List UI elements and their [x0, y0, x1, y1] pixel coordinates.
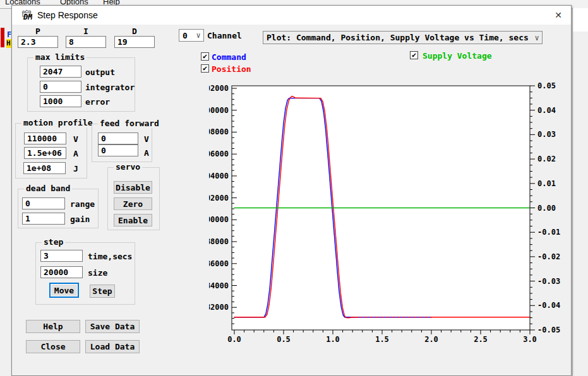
- d-label: D: [114, 26, 155, 36]
- svg-text:2.0: 2.0: [424, 335, 438, 344]
- servo-zero-button[interactable]: Zero: [114, 197, 152, 210]
- servo-enable-button[interactable]: Enable: [114, 214, 152, 226]
- position-checkbox[interactable]: ✔: [201, 64, 209, 73]
- dialog-title: Step Response: [37, 10, 98, 20]
- channel-select[interactable]: 0 ∨: [179, 29, 204, 42]
- deadband-range-label: range: [70, 199, 95, 209]
- svg-text:-0.02: -0.02: [537, 252, 560, 261]
- deadband-gain-input[interactable]: [22, 213, 65, 225]
- title-bar[interactable]: DM Step Response ✕: [12, 6, 571, 25]
- step-response-chart: 1020001000009800096000940009200090000880…: [209, 73, 582, 357]
- command-checkbox-label: Command: [212, 52, 246, 62]
- p-label: P: [18, 26, 58, 36]
- supply-voltage-checkbox-label: Supply Voltage: [423, 51, 492, 61]
- step-title: step: [42, 237, 65, 247]
- d-input[interactable]: [114, 36, 155, 48]
- svg-text:0.5: 0.5: [277, 335, 291, 344]
- svg-text:0.04: 0.04: [537, 106, 556, 115]
- svg-text:98000: 98000: [209, 127, 229, 136]
- svg-text:0.00: 0.00: [537, 204, 556, 213]
- svg-text:0.03: 0.03: [537, 130, 556, 139]
- background-red-icon: [1, 28, 4, 47]
- svg-text:0.02: 0.02: [537, 155, 556, 163]
- close-icon[interactable]: ✕: [549, 7, 567, 23]
- channel-value: 0: [179, 31, 193, 40]
- svg-text:86000: 86000: [209, 259, 229, 268]
- dead-band-title: dead band: [24, 184, 72, 193]
- svg-text:3.0: 3.0: [523, 335, 537, 344]
- svg-text:2.5: 2.5: [474, 335, 488, 344]
- svg-text:DM: DM: [23, 13, 32, 20]
- profile-a-input[interactable]: [24, 147, 66, 159]
- step-button[interactable]: Step: [90, 285, 115, 298]
- max-limits-title: max limits: [33, 52, 87, 62]
- profile-j-input[interactable]: [23, 162, 66, 174]
- chevron-down-icon: ∨: [532, 33, 542, 42]
- ff-v-label: V: [144, 134, 149, 144]
- svg-text:84000: 84000: [209, 281, 229, 290]
- max-output-label: output: [85, 68, 115, 77]
- ff-a-input[interactable]: [98, 144, 138, 156]
- step-size-input[interactable]: [40, 266, 83, 278]
- plot-select-value: Plot: Command, Position, Supply Voltage …: [263, 33, 532, 42]
- svg-text:96000: 96000: [209, 150, 229, 158]
- chevron-down-icon: ∨: [193, 31, 203, 40]
- svg-text:90000: 90000: [209, 215, 229, 224]
- deadband-gain-label: gain: [70, 214, 90, 224]
- step-size-label: size: [88, 268, 107, 278]
- plot-select[interactable]: Plot: Command, Position, Supply Voltage …: [263, 31, 543, 44]
- chart-svg: 1020001000009800096000940009200090000880…: [209, 73, 582, 357]
- max-output-input[interactable]: [40, 66, 81, 78]
- ff-a-label: A: [144, 148, 149, 158]
- servo-title: servo: [114, 162, 142, 172]
- profile-v-label: V: [73, 134, 78, 144]
- max-error-label: error: [85, 97, 110, 107]
- step-time-input[interactable]: [40, 250, 83, 262]
- step-response-dialog: DM Step Response ✕ P I D max limits outp…: [11, 5, 572, 376]
- svg-text:100000: 100000: [209, 106, 229, 115]
- motion-profile-title: motion profile: [21, 118, 95, 127]
- background-white-corner: [573, 8, 588, 32]
- max-integrator-label: integrator: [85, 83, 135, 92]
- step-time-label: time,secs: [88, 252, 132, 261]
- svg-text:92000: 92000: [209, 194, 229, 203]
- profile-v-input[interactable]: [24, 132, 66, 144]
- supply-voltage-checkbox[interactable]: ✔: [410, 51, 418, 59]
- move-button[interactable]: Move: [49, 283, 79, 298]
- svg-text:-0.05: -0.05: [537, 326, 560, 334]
- svg-text:82000: 82000: [209, 303, 229, 312]
- channel-label: Channel: [207, 31, 242, 40]
- command-checkbox[interactable]: ✔: [201, 52, 209, 61]
- max-error-input[interactable]: [40, 95, 81, 107]
- p-input[interactable]: [18, 36, 58, 48]
- close-button[interactable]: Close: [26, 340, 80, 353]
- i-input[interactable]: [66, 36, 106, 48]
- svg-text:0.05: 0.05: [537, 81, 556, 90]
- help-button[interactable]: Help: [26, 320, 80, 333]
- ff-v-input[interactable]: [98, 132, 138, 144]
- svg-text:0.0: 0.0: [227, 335, 241, 344]
- servo-disable-button[interactable]: Disable: [114, 181, 152, 194]
- svg-text:-0.04: -0.04: [537, 301, 560, 310]
- app-icon: DM: [21, 9, 32, 20]
- i-label: I: [66, 26, 106, 36]
- svg-text:1.5: 1.5: [375, 335, 389, 344]
- profile-a-label: A: [73, 149, 78, 158]
- feed-forward-title: feed forward: [98, 119, 161, 128]
- deadband-range-input[interactable]: [22, 197, 65, 209]
- save-data-button[interactable]: Save Data: [85, 320, 140, 333]
- max-integrator-input[interactable]: [40, 81, 81, 93]
- screen: Locations Options Help F H DM Step Respo…: [0, 0, 588, 376]
- load-data-button[interactable]: Load Data: [85, 340, 140, 353]
- svg-text:-0.01: -0.01: [537, 228, 560, 237]
- svg-text:94000: 94000: [209, 172, 229, 180]
- svg-text:102000: 102000: [209, 84, 229, 93]
- svg-text:0.01: 0.01: [537, 179, 556, 188]
- svg-text:88000: 88000: [209, 237, 229, 246]
- position-checkbox-label: Position: [212, 64, 251, 74]
- svg-text:1.0: 1.0: [326, 335, 340, 344]
- svg-text:-0.03: -0.03: [537, 277, 560, 286]
- profile-j-label: J: [73, 164, 78, 173]
